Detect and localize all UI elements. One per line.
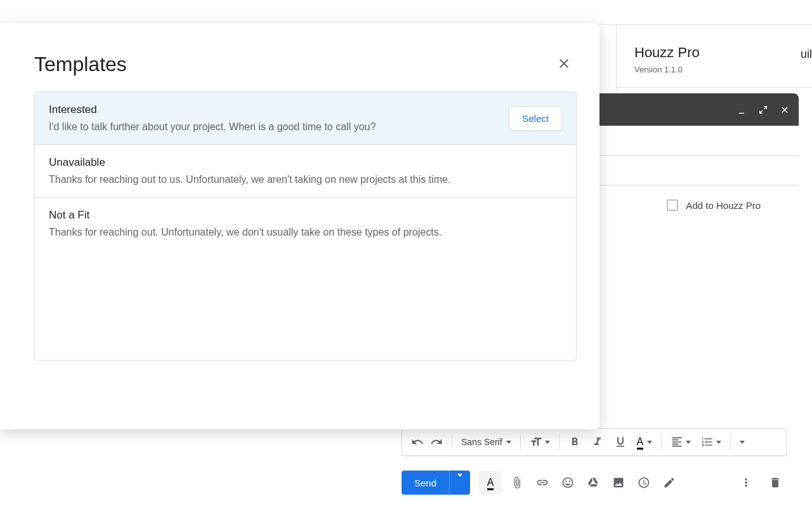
align-button[interactable] (667, 429, 695, 455)
italic-button[interactable] (587, 429, 608, 455)
compose-right-actions (735, 471, 787, 494)
template-list: Interested I'd like to talk further abou… (34, 91, 577, 361)
insert-drive-button[interactable] (582, 471, 605, 494)
more-vertical-icon (740, 476, 752, 489)
chevron-down-icon (506, 441, 511, 444)
compose-action-row: Send A (402, 471, 787, 495)
chevron-down-icon (647, 441, 652, 444)
paperclip-icon (511, 476, 523, 489)
toolbar-divider (452, 434, 452, 450)
modal-title: Templates (34, 53, 127, 76)
insert-photo-button[interactable] (607, 471, 630, 494)
undo-redo-group (407, 429, 447, 455)
addon-title: Houzz Pro (634, 44, 812, 61)
insert-signature-button[interactable] (658, 471, 681, 494)
template-name: Unavailable (49, 156, 562, 169)
bold-icon (568, 436, 581, 448)
template-text: Unavailable Thanks for reaching out to u… (49, 156, 562, 185)
chevron-down-icon (457, 474, 462, 488)
discard-draft-button[interactable] (764, 471, 787, 494)
underline-button[interactable] (610, 429, 631, 455)
underline-icon (614, 436, 627, 448)
minimize-icon[interactable] (737, 105, 747, 115)
toolbar-divider (661, 434, 662, 450)
font-family-label: Sans Serif (461, 437, 502, 447)
formatting-toggle-button[interactable]: A (479, 471, 502, 494)
image-icon (612, 476, 625, 489)
list-button[interactable] (697, 429, 725, 455)
toolbar-divider (559, 434, 560, 450)
undo-icon[interactable] (411, 436, 424, 448)
numbered-list-icon (701, 436, 714, 448)
text-color-icon: A (637, 436, 644, 447)
chevron-down-icon (686, 441, 691, 444)
italic-icon (591, 436, 604, 448)
add-to-houzz-label: Add to Houzz Pro (686, 200, 761, 211)
close-icon (556, 56, 572, 71)
template-item-interested[interactable]: Interested I'd like to talk further abou… (35, 92, 576, 145)
insert-link-button[interactable] (531, 471, 554, 494)
chevron-down-icon (545, 441, 550, 444)
send-options-dropdown[interactable] (449, 471, 470, 495)
toolbar-divider (730, 434, 731, 450)
close-compose-icon[interactable] (780, 105, 790, 115)
select-template-button[interactable]: Select (509, 106, 562, 131)
chevron-down-icon (716, 441, 721, 444)
modal-header: Templates (0, 23, 599, 91)
font-size-selector[interactable] (526, 429, 554, 455)
emoji-icon (561, 476, 574, 489)
compose-tool-icons (506, 471, 681, 494)
pen-icon (663, 476, 676, 489)
chevron-down-icon (740, 441, 745, 444)
insert-emoji-button[interactable] (556, 471, 579, 494)
addon-version: Version 1.1.0 (634, 65, 812, 74)
font-family-selector[interactable]: Sans Serif (457, 437, 515, 447)
template-text: Interested I'd like to talk further abou… (49, 104, 509, 133)
attach-file-button[interactable] (506, 471, 528, 494)
more-options-button[interactable] (735, 471, 757, 494)
align-icon (671, 436, 683, 448)
more-formatting-button[interactable] (736, 429, 749, 455)
background-text-fragment: uil (801, 48, 812, 61)
send-button-label: Send (402, 471, 449, 495)
text-color-button[interactable]: A (633, 429, 657, 455)
format-a-icon: A (487, 477, 494, 488)
link-icon (536, 476, 549, 489)
template-name: Not a Fit (49, 209, 562, 222)
template-preview: Thanks for reaching out. Unfortunately, … (49, 227, 562, 238)
modal-close-button[interactable] (556, 56, 572, 74)
template-preview: Thanks for reaching out to us. Unfortuna… (49, 174, 562, 185)
lock-clock-icon (638, 476, 650, 489)
template-text: Not a Fit Thanks for reaching out. Unfor… (49, 209, 562, 238)
text-size-icon (530, 436, 542, 448)
template-preview: I'd like to talk further about your proj… (49, 121, 509, 133)
template-name: Interested (49, 104, 509, 116)
formatting-toolbar: Sans Serif A (402, 428, 787, 456)
template-item-unavailable[interactable]: Unavailable Thanks for reaching out to u… (35, 145, 576, 197)
templates-modal: Templates Interested I'd like to talk fu… (0, 23, 599, 429)
drive-icon (587, 476, 599, 489)
expand-icon[interactable] (758, 105, 768, 115)
template-item-not-a-fit[interactable]: Not a Fit Thanks for reaching out. Unfor… (35, 197, 576, 250)
addon-header: Houzz Pro Version 1.1.0 (617, 25, 812, 88)
redo-icon[interactable] (430, 436, 443, 448)
confidential-mode-button[interactable] (632, 471, 655, 494)
add-to-houzz-checkbox[interactable] (667, 199, 678, 211)
bold-button[interactable] (565, 429, 585, 455)
trash-icon (769, 476, 782, 489)
toolbar-divider (520, 434, 521, 450)
send-button[interactable]: Send (402, 471, 470, 495)
